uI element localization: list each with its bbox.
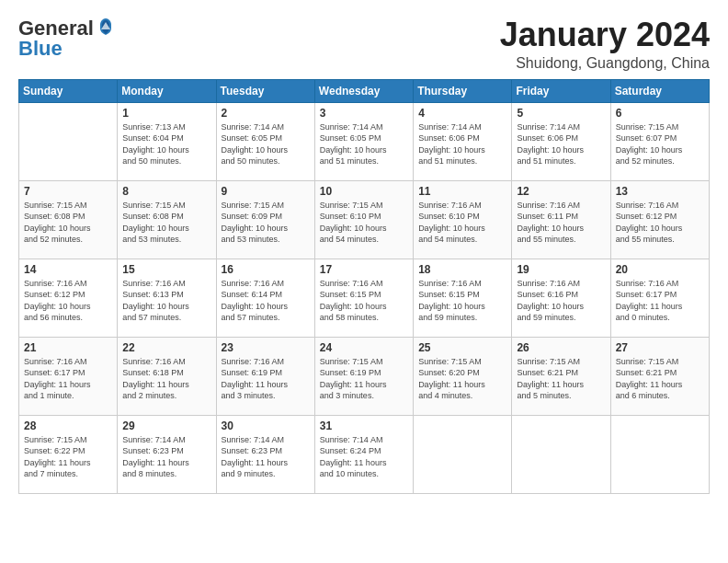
week-row-5: 28Sunrise: 7:15 AM Sunset: 6:22 PM Dayli… (19, 415, 710, 493)
day-number: 10 (320, 185, 408, 198)
day-number: 9 (222, 185, 310, 198)
day-info: Sunrise: 7:16 AM Sunset: 6:17 PM Dayligh… (616, 278, 704, 324)
col-thursday: Thursday (414, 79, 512, 102)
logo-blue: Blue (18, 37, 63, 61)
day-info: Sunrise: 7:15 AM Sunset: 6:21 PM Dayligh… (616, 356, 704, 402)
day-number: 1 (122, 107, 210, 120)
day-number: 11 (418, 185, 506, 198)
day-number: 23 (222, 341, 310, 354)
day-info: Sunrise: 7:16 AM Sunset: 6:12 PM Dayligh… (616, 200, 704, 246)
calendar-subtitle: Shuidong, Guangdong, China (500, 55, 710, 72)
day-cell: 17Sunrise: 7:16 AM Sunset: 6:15 PM Dayli… (314, 259, 413, 337)
header: General Blue January 2024 Shuidong, Guan… (18, 17, 710, 72)
day-info: Sunrise: 7:16 AM Sunset: 6:14 PM Dayligh… (222, 278, 310, 324)
day-number: 15 (122, 263, 210, 276)
day-info: Sunrise: 7:15 AM Sunset: 6:10 PM Dayligh… (320, 200, 408, 246)
day-cell: 16Sunrise: 7:16 AM Sunset: 6:14 PM Dayli… (216, 259, 314, 337)
day-info: Sunrise: 7:16 AM Sunset: 6:12 PM Dayligh… (24, 278, 112, 324)
calendar-body: 1Sunrise: 7:13 AM Sunset: 6:04 PM Daylig… (19, 102, 710, 493)
day-cell: 18Sunrise: 7:16 AM Sunset: 6:15 PM Dayli… (414, 259, 512, 337)
day-number: 13 (616, 185, 704, 198)
week-row-2: 7Sunrise: 7:15 AM Sunset: 6:08 PM Daylig… (19, 180, 710, 259)
day-cell: 21Sunrise: 7:16 AM Sunset: 6:17 PM Dayli… (19, 337, 118, 415)
col-wednesday: Wednesday (314, 79, 413, 102)
day-cell: 19Sunrise: 7:16 AM Sunset: 6:16 PM Dayli… (512, 259, 610, 337)
day-info: Sunrise: 7:14 AM Sunset: 6:06 PM Dayligh… (418, 121, 506, 167)
calendar-header-row: Sunday Monday Tuesday Wednesday Thursday… (19, 79, 710, 102)
day-cell: 14Sunrise: 7:16 AM Sunset: 6:12 PM Dayli… (19, 259, 118, 337)
day-number: 8 (122, 185, 210, 198)
day-info: Sunrise: 7:16 AM Sunset: 6:19 PM Dayligh… (222, 356, 310, 402)
day-cell: 1Sunrise: 7:13 AM Sunset: 6:04 PM Daylig… (118, 102, 216, 180)
calendar-title: January 2024 (500, 17, 710, 53)
day-cell: 22Sunrise: 7:16 AM Sunset: 6:18 PM Dayli… (118, 337, 216, 415)
day-info: Sunrise: 7:16 AM Sunset: 6:10 PM Dayligh… (418, 200, 506, 246)
day-cell: 10Sunrise: 7:15 AM Sunset: 6:10 PM Dayli… (314, 180, 413, 259)
day-cell: 26Sunrise: 7:15 AM Sunset: 6:21 PM Dayli… (512, 337, 610, 415)
day-number: 4 (418, 107, 506, 120)
day-number: 5 (517, 107, 605, 120)
week-row-1: 1Sunrise: 7:13 AM Sunset: 6:04 PM Daylig… (19, 102, 710, 180)
page: General Blue January 2024 Shuidong, Guan… (0, 0, 728, 563)
day-info: Sunrise: 7:16 AM Sunset: 6:15 PM Dayligh… (418, 278, 506, 324)
col-tuesday: Tuesday (216, 79, 314, 102)
day-number: 26 (517, 341, 605, 354)
day-info: Sunrise: 7:15 AM Sunset: 6:07 PM Dayligh… (616, 121, 704, 167)
day-cell: 20Sunrise: 7:16 AM Sunset: 6:17 PM Dayli… (610, 259, 709, 337)
col-saturday: Saturday (610, 79, 709, 102)
day-number: 14 (24, 263, 112, 276)
day-info: Sunrise: 7:15 AM Sunset: 6:22 PM Dayligh… (24, 434, 112, 480)
day-cell: 7Sunrise: 7:15 AM Sunset: 6:08 PM Daylig… (19, 180, 118, 259)
day-cell: 27Sunrise: 7:15 AM Sunset: 6:21 PM Dayli… (610, 337, 709, 415)
calendar-table: Sunday Monday Tuesday Wednesday Thursday… (18, 79, 710, 494)
col-sunday: Sunday (19, 79, 118, 102)
day-info: Sunrise: 7:15 AM Sunset: 6:08 PM Dayligh… (24, 200, 112, 246)
day-cell: 24Sunrise: 7:15 AM Sunset: 6:19 PM Dayli… (314, 337, 413, 415)
day-number: 7 (24, 185, 112, 198)
logo: General Blue (18, 17, 116, 61)
day-number: 12 (517, 185, 605, 198)
day-cell: 29Sunrise: 7:14 AM Sunset: 6:23 PM Dayli… (118, 415, 216, 493)
day-number: 19 (517, 263, 605, 276)
day-number: 24 (320, 341, 408, 354)
day-number: 27 (616, 341, 704, 354)
col-monday: Monday (118, 79, 216, 102)
day-info: Sunrise: 7:15 AM Sunset: 6:19 PM Dayligh… (320, 356, 408, 402)
day-cell: 31Sunrise: 7:14 AM Sunset: 6:24 PM Dayli… (314, 415, 413, 493)
day-cell: 23Sunrise: 7:16 AM Sunset: 6:19 PM Dayli… (216, 337, 314, 415)
day-cell: 12Sunrise: 7:16 AM Sunset: 6:11 PM Dayli… (512, 180, 610, 259)
day-number: 3 (320, 107, 408, 120)
day-cell: 13Sunrise: 7:16 AM Sunset: 6:12 PM Dayli… (610, 180, 709, 259)
day-cell: 28Sunrise: 7:15 AM Sunset: 6:22 PM Dayli… (19, 415, 118, 493)
day-number: 18 (418, 263, 506, 276)
day-number: 30 (222, 419, 310, 432)
day-number: 6 (616, 107, 704, 120)
day-cell (19, 102, 118, 180)
day-cell: 8Sunrise: 7:15 AM Sunset: 6:08 PM Daylig… (118, 180, 216, 259)
day-number: 28 (24, 419, 112, 432)
col-friday: Friday (512, 79, 610, 102)
day-info: Sunrise: 7:13 AM Sunset: 6:04 PM Dayligh… (122, 121, 210, 167)
day-number: 25 (418, 341, 506, 354)
day-info: Sunrise: 7:16 AM Sunset: 6:16 PM Dayligh… (517, 278, 605, 324)
day-number: 31 (320, 419, 408, 432)
day-cell (610, 415, 709, 493)
day-info: Sunrise: 7:15 AM Sunset: 6:20 PM Dayligh… (418, 356, 506, 402)
day-number: 17 (320, 263, 408, 276)
day-info: Sunrise: 7:14 AM Sunset: 6:05 PM Dayligh… (222, 121, 310, 167)
day-info: Sunrise: 7:14 AM Sunset: 6:24 PM Dayligh… (320, 434, 408, 480)
week-row-4: 21Sunrise: 7:16 AM Sunset: 6:17 PM Dayli… (19, 337, 710, 415)
day-number: 20 (616, 263, 704, 276)
day-cell: 4Sunrise: 7:14 AM Sunset: 6:06 PM Daylig… (414, 102, 512, 180)
day-info: Sunrise: 7:16 AM Sunset: 6:17 PM Dayligh… (24, 356, 112, 402)
day-info: Sunrise: 7:14 AM Sunset: 6:05 PM Dayligh… (320, 121, 408, 167)
day-number: 22 (122, 341, 210, 354)
day-number: 2 (222, 107, 310, 120)
day-info: Sunrise: 7:14 AM Sunset: 6:23 PM Dayligh… (222, 434, 310, 480)
day-info: Sunrise: 7:16 AM Sunset: 6:13 PM Dayligh… (122, 278, 210, 324)
day-number: 29 (122, 419, 210, 432)
day-cell (414, 415, 512, 493)
day-number: 21 (24, 341, 112, 354)
day-info: Sunrise: 7:14 AM Sunset: 6:23 PM Dayligh… (122, 434, 210, 480)
day-cell: 3Sunrise: 7:14 AM Sunset: 6:05 PM Daylig… (314, 102, 413, 180)
